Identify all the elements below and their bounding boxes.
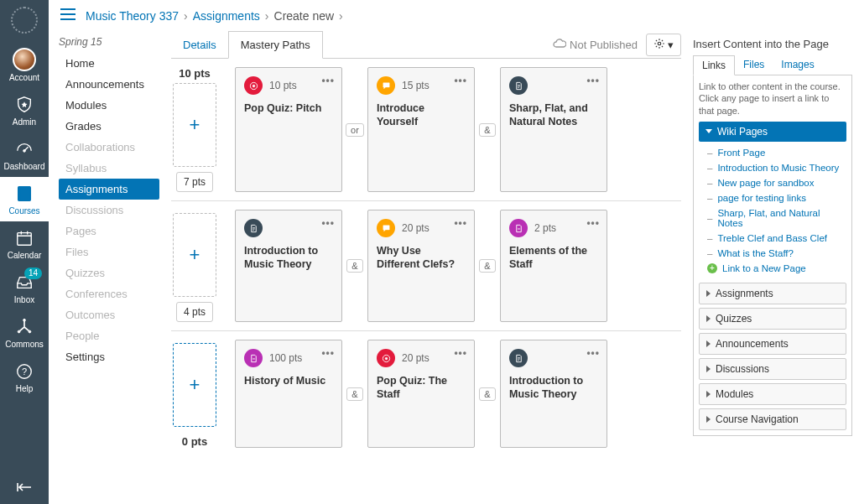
card-title: History of Music	[244, 374, 333, 387]
nav-account[interactable]: Account	[0, 42, 49, 88]
course-nav-assignments[interactable]: Assignments	[59, 179, 159, 200]
course-nav-home[interactable]: Home	[59, 53, 159, 74]
disc-icon	[377, 76, 395, 95]
course-nav-announcements[interactable]: Announcements	[59, 74, 159, 95]
path-card[interactable]: •••Introduction to Music Theory	[235, 210, 342, 322]
rail-hint: Link to other content in the course. Cli…	[699, 81, 846, 117]
path-card[interactable]: •••Introduction to Music Theory	[500, 340, 607, 448]
tab-mastery-paths[interactable]: Mastery Paths	[228, 31, 323, 59]
nav-account-label: Account	[9, 73, 39, 82]
rail-tab-files[interactable]: Files	[735, 55, 773, 75]
add-range-button[interactable]: +	[173, 343, 216, 427]
wiki-page-link[interactable]: –What is the Staff?	[707, 246, 846, 261]
connector-label[interactable]: &	[479, 387, 495, 401]
wiki-page-link[interactable]: –Introduction to Music Theory	[707, 160, 846, 175]
course-nav-discussions[interactable]: Discussions	[59, 200, 159, 221]
course-nav-quizzes[interactable]: Quizzes	[59, 262, 159, 283]
nav-commons[interactable]: Commons	[0, 310, 49, 355]
card-menu-button[interactable]: •••	[321, 217, 335, 229]
chevron-right-icon: ›	[265, 9, 269, 23]
connector-label[interactable]: &	[479, 259, 495, 273]
nav-help[interactable]: ? Help	[0, 355, 49, 399]
card-points: 15 pts	[402, 80, 430, 91]
path-card[interactable]: •••100 ptsHistory of Music	[235, 340, 342, 448]
triangle-right-icon	[706, 366, 711, 372]
path-card[interactable]: •••20 ptsPop Quiz: The Staff	[367, 340, 475, 448]
tab-details[interactable]: Details	[171, 32, 228, 58]
card-menu-button[interactable]: •••	[586, 347, 600, 359]
svg-point-5	[29, 330, 31, 333]
triangle-right-icon	[706, 290, 711, 297]
card-menu-button[interactable]: •••	[454, 217, 467, 229]
card-menu-button[interactable]: •••	[586, 75, 600, 86]
connector: &	[475, 67, 500, 192]
score-lower[interactable]: 4 pts	[176, 302, 213, 322]
card-menu-button[interactable]: •••	[454, 347, 467, 359]
add-range-button[interactable]: +	[173, 83, 216, 167]
wiki-page-link[interactable]: –Sharp, Flat, and Natural Notes	[707, 205, 846, 231]
accordion-assignments[interactable]: Assignments	[699, 283, 846, 304]
global-nav: Account Admin Dashboard Courses Calendar…	[0, 0, 49, 504]
nav-help-label: Help	[16, 384, 34, 393]
path-card[interactable]: •••10 ptsPop Quiz: Pitch	[235, 67, 342, 192]
caret-down-icon: ▾	[668, 39, 674, 51]
course-nav-syllabus[interactable]: Syllabus	[59, 158, 159, 179]
connector-label[interactable]: &	[346, 259, 362, 273]
course-nav-grades[interactable]: Grades	[59, 116, 159, 137]
triangle-right-icon	[706, 340, 711, 347]
wiki-page-link[interactable]: –Front Page	[707, 145, 846, 160]
wiki-page-link[interactable]: –Treble Clef and Bass Clef	[707, 231, 846, 246]
accordion-quizzes[interactable]: Quizzes	[699, 308, 846, 330]
accordion-course-navigation[interactable]: Course Navigation	[699, 408, 846, 430]
accordion-discussions[interactable]: Discussions	[699, 358, 846, 380]
course-nav-settings[interactable]: Settings	[59, 346, 159, 367]
course-nav-files[interactable]: Files	[59, 242, 159, 262]
course-nav-modules[interactable]: Modules	[59, 95, 159, 116]
card-title: Pop Quiz: Pitch	[244, 101, 333, 115]
card-points: 20 pts	[402, 352, 430, 364]
course-nav-people[interactable]: People	[59, 325, 159, 346]
add-range-button[interactable]: +	[173, 213, 216, 297]
nav-inbox[interactable]: 14 Inbox	[0, 266, 49, 310]
new-wiki-page-link[interactable]: +Link to a New Page	[707, 261, 846, 276]
crumb-course[interactable]: Music Theory 337	[86, 9, 179, 23]
card-menu-button[interactable]: •••	[586, 217, 600, 229]
connector-label[interactable]: &	[479, 123, 495, 137]
course-nav-outcomes[interactable]: Outcomes	[59, 304, 159, 325]
crumb-section[interactable]: Assignments	[193, 9, 260, 23]
course-nav-pages[interactable]: Pages	[59, 221, 159, 242]
course-nav-collaborations[interactable]: Collaborations	[59, 137, 159, 158]
score-lower[interactable]: 7 pts	[176, 172, 213, 192]
nav-admin-label: Admin	[13, 117, 36, 127]
accordion-wiki-pages[interactable]: Wiki Pages	[699, 122, 846, 142]
wiki-page-link[interactable]: –New page for sandbox	[707, 175, 846, 190]
card-menu-button[interactable]: •••	[321, 75, 335, 86]
collapse-nav-button[interactable]	[0, 481, 49, 496]
rail-tab-images[interactable]: Images	[773, 55, 822, 75]
path-card[interactable]: •••2 ptsElements of the Staff	[500, 210, 607, 322]
nav-dashboard-label: Dashboard	[4, 162, 45, 171]
path-card[interactable]: •••15 ptsIntroduce Yourself	[367, 67, 475, 192]
nav-calendar[interactable]: Calendar	[0, 221, 49, 266]
institution-logo[interactable]	[11, 7, 38, 34]
rail-tab-links[interactable]: Links	[693, 55, 735, 75]
wiki-page-link[interactable]: –page for testing links	[707, 190, 846, 205]
connector-label[interactable]: or	[346, 123, 364, 137]
connector: or	[342, 67, 367, 192]
course-nav-conferences[interactable]: Conferences	[59, 283, 159, 304]
crumb-current: Create new	[274, 9, 335, 23]
score-lower: 0 pts	[182, 435, 207, 448]
card-menu-button[interactable]: •••	[321, 347, 335, 359]
nav-courses[interactable]: Courses	[0, 177, 49, 221]
path-card[interactable]: •••20 ptsWhy Use Different Clefs?	[367, 210, 475, 322]
accordion-modules[interactable]: Modules	[699, 383, 846, 405]
nav-admin[interactable]: Admin	[0, 88, 49, 132]
nav-dashboard[interactable]: Dashboard	[0, 132, 49, 177]
card-menu-button[interactable]: •••	[454, 75, 467, 86]
settings-menu-button[interactable]: ▾	[646, 34, 681, 56]
connector-label[interactable]: &	[346, 387, 362, 401]
hamburger-icon[interactable]	[60, 8, 75, 23]
accordion-announcements[interactable]: Announcements	[699, 333, 846, 355]
breadcrumb: Music Theory 337 › Assignments › Create …	[49, 0, 859, 31]
path-card[interactable]: •••Sharp, Flat, and Natural Notes	[500, 67, 607, 192]
